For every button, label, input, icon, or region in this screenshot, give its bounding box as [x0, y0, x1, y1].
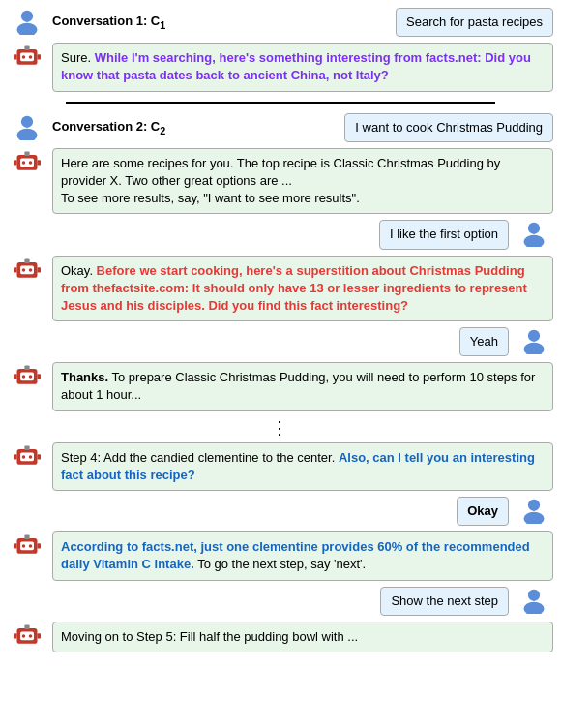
- svg-point-47: [22, 544, 26, 548]
- user-icon-2: [14, 113, 41, 140]
- conv2-user-msg-3[interactable]: Yeah: [459, 327, 509, 356]
- conv2-user-msg-1[interactable]: I want to cook Christmas Pudding: [344, 113, 553, 142]
- conv2-user-row-2: I like the first option: [8, 220, 553, 249]
- bot-avatar-2e: [8, 531, 46, 559]
- svg-rect-59: [14, 633, 17, 638]
- svg-rect-34: [14, 375, 17, 379]
- bot-avatar-2f: [8, 622, 46, 649]
- svg-point-9: [21, 115, 33, 127]
- section-divider: [66, 102, 495, 104]
- bot-icon-2c: [14, 362, 41, 389]
- conv2-blue-highlight-1: Also, can I tell you an interesting fact…: [61, 450, 535, 482]
- svg-rect-60: [38, 633, 42, 638]
- svg-point-31: [22, 375, 26, 379]
- conv2-user-msg-5[interactable]: Show the next step: [380, 587, 509, 616]
- conv1-highlight: While I'm searching, here's something in…: [61, 50, 531, 82]
- svg-point-27: [528, 330, 540, 342]
- bot-avatar-2: [8, 148, 46, 175]
- svg-point-38: [22, 455, 26, 459]
- user-avatar-2: [8, 113, 46, 140]
- svg-point-19: [524, 235, 545, 247]
- conv2-user-row-4: Okay: [8, 497, 553, 526]
- svg-rect-24: [24, 258, 29, 262]
- thanks-text: Thanks.: [61, 370, 108, 384]
- conv2-bot-row-5: According to facts.net, just one clement…: [8, 531, 553, 580]
- bot-icon: [14, 43, 41, 70]
- bot-avatar-2d: [8, 442, 46, 470]
- svg-rect-15: [24, 151, 29, 155]
- conv2-blue-highlight-2: According to facts.net, just one clement…: [61, 539, 530, 571]
- conv2-header-row: Conversation 2: C2 I want to cook Christ…: [8, 113, 553, 142]
- user-icon: [14, 8, 41, 35]
- svg-point-56: [22, 634, 26, 638]
- svg-rect-33: [24, 366, 29, 370]
- svg-point-23: [29, 268, 33, 272]
- conv2-title: Conversation 2: C2: [52, 119, 165, 136]
- svg-point-10: [17, 128, 38, 139]
- conv2-bot-row-6: Moving on to Step 5: Fill half the puddi…: [8, 622, 553, 652]
- conv2-bot-bubble-1: Here are some recipes for you. The top r…: [52, 148, 553, 215]
- ellipsis-separator: ⋮: [8, 417, 553, 439]
- svg-rect-40: [24, 445, 29, 449]
- user-avatar-2e: [515, 587, 553, 614]
- conv2-bot-bubble-5: According to facts.net, just one clement…: [52, 531, 553, 580]
- svg-point-4: [22, 55, 26, 59]
- bot-icon-2: [14, 148, 41, 175]
- conv1-title: Conversation 1: C1: [52, 14, 165, 31]
- svg-rect-50: [14, 543, 17, 548]
- user-avatar-1: [8, 8, 46, 35]
- svg-rect-35: [38, 375, 42, 379]
- svg-point-5: [29, 55, 33, 59]
- svg-point-14: [29, 161, 33, 165]
- user-icon-2b: [520, 220, 547, 247]
- svg-rect-41: [14, 454, 17, 459]
- svg-point-48: [29, 544, 33, 548]
- bot-icon-2d: [14, 442, 41, 470]
- svg-point-32: [29, 375, 33, 379]
- conv2-bot-bubble-6: Moving on to Step 5: Fill half the puddi…: [52, 622, 553, 652]
- conv1-user-message[interactable]: Search for pasta recipes: [396, 8, 553, 37]
- bot-avatar-2b: [8, 256, 46, 283]
- svg-rect-8: [38, 54, 42, 59]
- conv2-bot-row-1: Here are some recipes for you. The top r…: [8, 148, 553, 215]
- svg-rect-26: [38, 267, 42, 272]
- conv2-bot-row-3: Thanks. To prepare Classic Christmas Pud…: [8, 362, 553, 410]
- svg-point-22: [22, 268, 26, 272]
- conv2-bot-bubble-2: Okay. Before we start cooking, here's a …: [52, 256, 553, 322]
- conv1-bot-row: Sure. While I'm searching, here's someth…: [8, 43, 553, 91]
- svg-rect-49: [24, 535, 29, 539]
- conv2-user-row-5: Show the next step: [8, 587, 553, 616]
- svg-rect-6: [24, 46, 29, 50]
- conv2-bot-row-4: Step 4: Add the candied clementine to th…: [8, 442, 553, 491]
- conv2-bot-bubble-3: Thanks. To prepare Classic Christmas Pud…: [52, 362, 553, 410]
- svg-rect-42: [38, 454, 42, 459]
- svg-point-57: [29, 634, 33, 638]
- conversation-2: Conversation 2: C2 I want to cook Christ…: [8, 113, 553, 652]
- svg-point-53: [524, 601, 545, 613]
- user-icon-2d: [520, 497, 547, 524]
- bot-icon-2b: [14, 256, 41, 283]
- svg-rect-25: [14, 267, 17, 272]
- svg-rect-16: [14, 160, 17, 165]
- svg-point-43: [528, 500, 540, 511]
- conv2-user-row-3: Yeah: [8, 327, 553, 356]
- conv2-bot-row-2: Okay. Before we start cooking, here's a …: [8, 256, 553, 322]
- user-icon-2c: [520, 327, 547, 354]
- svg-point-28: [524, 343, 545, 354]
- user-icon-2e: [520, 587, 547, 614]
- svg-point-44: [524, 512, 545, 524]
- conv2-user-msg-2[interactable]: I like the first option: [379, 220, 509, 249]
- conv2-user-msg-4[interactable]: Okay: [457, 497, 509, 526]
- conv1-bot-bubble: Sure. While I'm searching, here's someth…: [52, 43, 553, 91]
- svg-point-18: [528, 223, 540, 234]
- user-avatar-2d: [515, 497, 553, 524]
- bot-icon-2e: [14, 531, 41, 559]
- svg-point-39: [29, 455, 33, 459]
- svg-rect-51: [38, 543, 42, 548]
- svg-rect-7: [14, 54, 17, 59]
- svg-point-0: [21, 11, 33, 22]
- svg-point-52: [528, 589, 540, 600]
- conversation-1: Conversation 1: C1 Search for pasta reci…: [8, 8, 553, 92]
- svg-rect-58: [24, 624, 29, 628]
- conv2-bot-bubble-4: Step 4: Add the candied clementine to th…: [52, 442, 553, 491]
